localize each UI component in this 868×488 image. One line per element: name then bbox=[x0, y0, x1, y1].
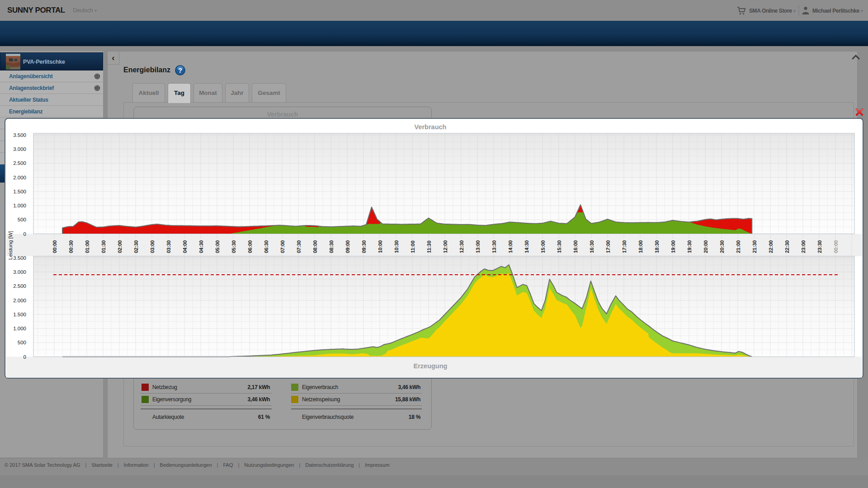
svg-text:22:00: 22:00 bbox=[768, 240, 774, 253]
svg-text:2.000: 2.000 bbox=[13, 298, 26, 303]
svg-text:1.500: 1.500 bbox=[13, 189, 26, 194]
svg-text:06:00: 06:00 bbox=[247, 240, 253, 253]
svg-text:09:30: 09:30 bbox=[361, 240, 367, 253]
svg-text:14:30: 14:30 bbox=[524, 240, 529, 253]
svg-text:12:00: 12:00 bbox=[443, 240, 448, 253]
svg-text:3.000: 3.000 bbox=[13, 146, 26, 152]
svg-text:14:00: 14:00 bbox=[508, 240, 513, 253]
svg-text:3.500: 3.500 bbox=[13, 255, 26, 261]
svg-text:21:00: 21:00 bbox=[736, 240, 741, 253]
svg-text:07:00: 07:00 bbox=[280, 240, 285, 253]
svg-text:01:00: 01:00 bbox=[85, 240, 90, 253]
svg-text:04:30: 04:30 bbox=[198, 240, 204, 253]
svg-text:0: 0 bbox=[24, 354, 26, 360]
svg-text:17:00: 17:00 bbox=[605, 240, 611, 253]
svg-text:19:30: 19:30 bbox=[687, 240, 692, 253]
svg-text:07:30: 07:30 bbox=[296, 240, 302, 253]
svg-text:09:00: 09:00 bbox=[345, 240, 350, 253]
svg-text:Verbrauch: Verbrauch bbox=[415, 123, 447, 131]
svg-text:00:00: 00:00 bbox=[52, 240, 57, 253]
svg-text:18:00: 18:00 bbox=[638, 240, 643, 253]
svg-text:11:30: 11:30 bbox=[426, 240, 432, 253]
svg-text:16:00: 16:00 bbox=[573, 240, 578, 253]
svg-text:00:30: 00:30 bbox=[68, 240, 74, 253]
svg-text:3.000: 3.000 bbox=[13, 269, 26, 275]
svg-text:1.000: 1.000 bbox=[13, 326, 26, 331]
svg-text:23:00: 23:00 bbox=[801, 240, 806, 253]
svg-text:22:30: 22:30 bbox=[784, 240, 790, 253]
svg-text:20:30: 20:30 bbox=[719, 240, 725, 253]
svg-text:18:30: 18:30 bbox=[654, 240, 660, 253]
svg-text:2.000: 2.000 bbox=[13, 175, 26, 180]
svg-text:Erzeugung: Erzeugung bbox=[414, 362, 448, 370]
svg-text:10:00: 10:00 bbox=[377, 240, 383, 253]
svg-text:03:30: 03:30 bbox=[166, 240, 171, 253]
svg-text:17:30: 17:30 bbox=[622, 240, 627, 253]
svg-text:Leistung [W]: Leistung [W] bbox=[8, 231, 13, 260]
svg-text:1.000: 1.000 bbox=[13, 203, 26, 208]
svg-text:08:00: 08:00 bbox=[312, 240, 318, 253]
svg-text:21:30: 21:30 bbox=[752, 240, 757, 253]
svg-text:23:30: 23:30 bbox=[817, 240, 822, 253]
svg-text:08:30: 08:30 bbox=[329, 240, 334, 253]
svg-text:15:30: 15:30 bbox=[557, 240, 562, 253]
svg-text:500: 500 bbox=[18, 340, 26, 345]
svg-text:06:30: 06:30 bbox=[264, 240, 269, 253]
svg-text:20:00: 20:00 bbox=[703, 240, 708, 253]
svg-text:10:30: 10:30 bbox=[394, 240, 399, 253]
svg-text:04:00: 04:00 bbox=[182, 240, 188, 253]
svg-text:1.500: 1.500 bbox=[13, 312, 26, 317]
svg-text:15:00: 15:00 bbox=[540, 240, 546, 253]
svg-text:2.500: 2.500 bbox=[13, 283, 26, 289]
svg-text:16:30: 16:30 bbox=[589, 240, 594, 253]
svg-text:2.500: 2.500 bbox=[13, 160, 26, 166]
svg-text:3.500: 3.500 bbox=[13, 132, 26, 138]
svg-text:12:30: 12:30 bbox=[459, 240, 464, 253]
svg-text:05:00: 05:00 bbox=[215, 240, 220, 253]
svg-text:01:30: 01:30 bbox=[101, 240, 106, 253]
svg-text:?: ? bbox=[178, 67, 182, 74]
svg-text:11:00: 11:00 bbox=[410, 240, 415, 253]
svg-text:0: 0 bbox=[24, 231, 26, 237]
svg-text:00:00: 00:00 bbox=[833, 240, 839, 253]
svg-text:05:30: 05:30 bbox=[231, 240, 236, 253]
svg-text:02:00: 02:00 bbox=[117, 240, 123, 253]
svg-text:500: 500 bbox=[18, 217, 26, 222]
svg-text:03:00: 03:00 bbox=[150, 240, 155, 253]
svg-text:19:00: 19:00 bbox=[670, 240, 676, 253]
svg-text:13:00: 13:00 bbox=[475, 240, 481, 253]
svg-text:13:30: 13:30 bbox=[491, 240, 497, 253]
svg-text:02:30: 02:30 bbox=[133, 240, 139, 253]
